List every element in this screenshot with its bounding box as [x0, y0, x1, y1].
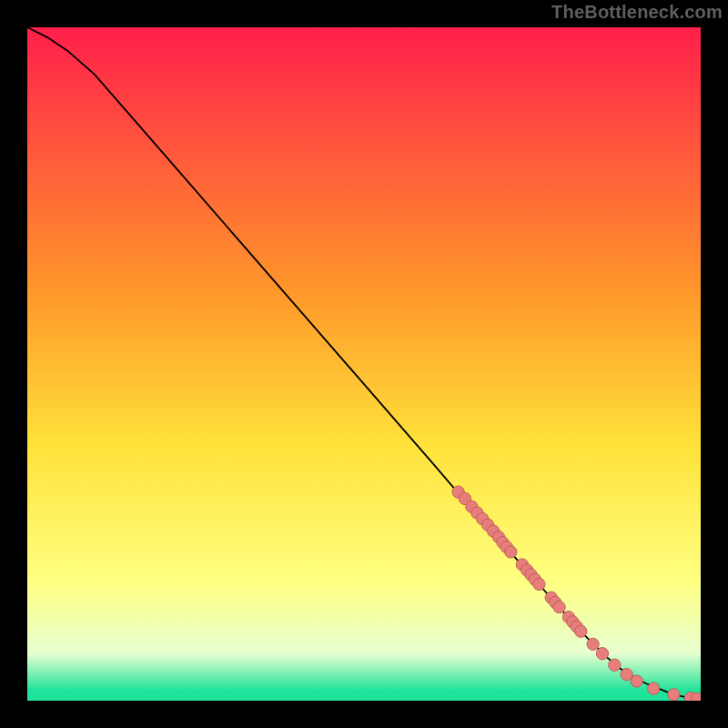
chart-svg	[27, 27, 701, 701]
data-marker	[609, 659, 621, 671]
chart-frame: TheBottleneck.com	[0, 0, 728, 728]
data-marker	[505, 546, 517, 558]
data-marker	[575, 625, 587, 637]
plot-area	[27, 27, 701, 701]
data-marker	[631, 675, 642, 687]
gradient-background	[27, 27, 701, 701]
data-marker	[553, 601, 565, 612]
data-marker	[596, 648, 608, 660]
data-marker	[668, 689, 680, 701]
watermark-label: TheBottleneck.com	[551, 2, 723, 23]
data-marker	[533, 578, 545, 590]
data-marker	[648, 682, 660, 694]
data-marker	[587, 638, 599, 650]
